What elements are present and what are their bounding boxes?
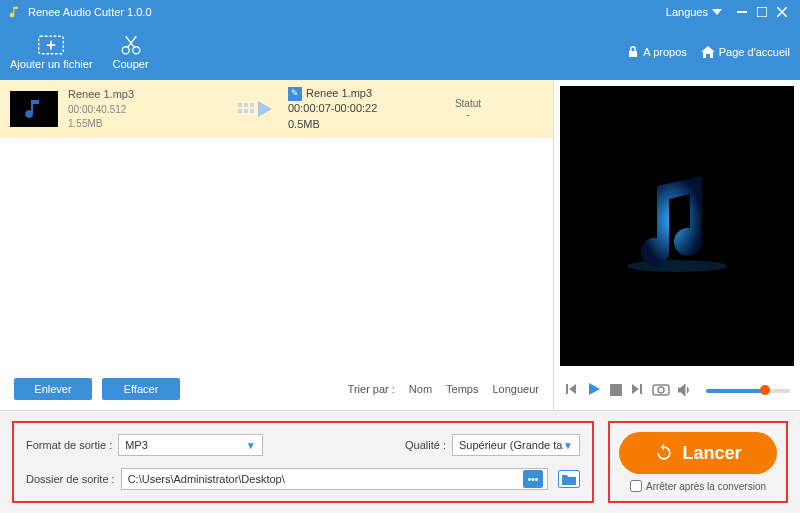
maximize-button[interactable] [752, 2, 772, 22]
output-settings: Format de sortie : MP3▼ Qualité : Supéri… [12, 421, 594, 503]
chevron-down-icon [712, 9, 722, 15]
output-range: 00:00:07-00:00:22 [288, 101, 438, 116]
file-row[interactable]: Renee 1.mp3 00:00:40.512 1.55MB ✎ Renee … [0, 80, 553, 138]
cut-button[interactable]: Couper [113, 34, 149, 70]
folder-icon [562, 474, 576, 485]
about-link[interactable]: A propos [627, 46, 686, 58]
launch-panel: Lancer Arrêter après la conversion [608, 421, 788, 503]
sort-time[interactable]: Temps [446, 383, 478, 395]
home-link[interactable]: Page d'accueil [701, 46, 790, 58]
close-button[interactable] [772, 2, 792, 22]
remove-button[interactable]: Enlever [14, 378, 92, 400]
edit-icon[interactable]: ✎ [288, 87, 302, 101]
source-size: 1.55MB [68, 117, 228, 131]
titlebar: Renee Audio Cutter 1.0.0 Langues [0, 0, 800, 24]
add-file-button[interactable]: Ajouter un fichier [10, 34, 93, 70]
svg-rect-6 [610, 384, 622, 396]
refresh-icon [654, 443, 674, 463]
file-thumbnail [10, 91, 58, 127]
preview-pane [554, 80, 800, 410]
prev-button[interactable] [564, 382, 578, 400]
language-dropdown[interactable]: Langues [666, 6, 722, 18]
lock-icon [627, 46, 639, 58]
svg-rect-0 [737, 11, 747, 13]
preview-area [560, 86, 794, 366]
svg-point-5 [627, 260, 727, 272]
play-button[interactable] [586, 381, 602, 401]
quality-select[interactable]: Supérieur (Grande ta▼ [452, 434, 580, 456]
status-value: - [438, 109, 498, 120]
home-icon [701, 46, 715, 58]
bottom-panel: Format de sortie : MP3▼ Qualité : Supéri… [0, 410, 800, 513]
source-file-name: Renee 1.mp3 [68, 87, 228, 102]
sort-by-label: Trier par : [348, 383, 395, 395]
chevron-down-icon: ▼ [246, 440, 256, 451]
svg-point-8 [658, 387, 664, 393]
snapshot-button[interactable] [652, 382, 670, 400]
format-label: Format de sortie : [26, 439, 112, 451]
minimize-button[interactable] [732, 2, 752, 22]
player-controls [554, 372, 800, 410]
file-list: Renee 1.mp3 00:00:40.512 1.55MB ✎ Renee … [0, 80, 553, 368]
output-folder-input[interactable]: C:\Users\Administrator\Desktop\ ••• [121, 468, 548, 490]
quality-label: Qualité : [405, 439, 446, 451]
next-button[interactable] [630, 382, 644, 400]
stop-after-checkbox[interactable]: Arrêter après la conversion [630, 480, 766, 492]
arrow-icon [228, 99, 288, 119]
output-size: 0.5MB [288, 117, 438, 132]
more-button[interactable]: ••• [523, 470, 543, 488]
stop-button[interactable] [610, 382, 622, 400]
source-duration: 00:00:40.512 [68, 103, 228, 117]
app-title: Renee Audio Cutter 1.0.0 [28, 6, 152, 18]
clear-button[interactable]: Effacer [102, 378, 180, 400]
chevron-down-icon: ▼ [563, 440, 573, 451]
app-logo-icon [8, 5, 22, 19]
toolbar: Ajouter un fichier Couper A propos Page … [0, 24, 800, 80]
svg-point-3 [122, 47, 129, 54]
launch-button[interactable]: Lancer [619, 432, 777, 474]
sort-name[interactable]: Nom [409, 383, 432, 395]
volume-icon[interactable] [678, 382, 692, 400]
status-header: Statut [438, 98, 498, 109]
browse-folder-button[interactable] [558, 470, 580, 488]
svg-rect-1 [757, 7, 767, 17]
svg-point-4 [132, 47, 139, 54]
folder-label: Dossier de sorite : [26, 473, 115, 485]
format-select[interactable]: MP3▼ [118, 434, 262, 456]
list-footer: Enlever Effacer Trier par : Nom Temps Lo… [0, 368, 553, 410]
volume-slider[interactable] [706, 389, 790, 393]
sort-length[interactable]: Longueur [493, 383, 540, 395]
output-file-name: Renee 1.mp3 [306, 86, 372, 101]
file-list-pane: Renee 1.mp3 00:00:40.512 1.55MB ✎ Renee … [0, 80, 554, 410]
